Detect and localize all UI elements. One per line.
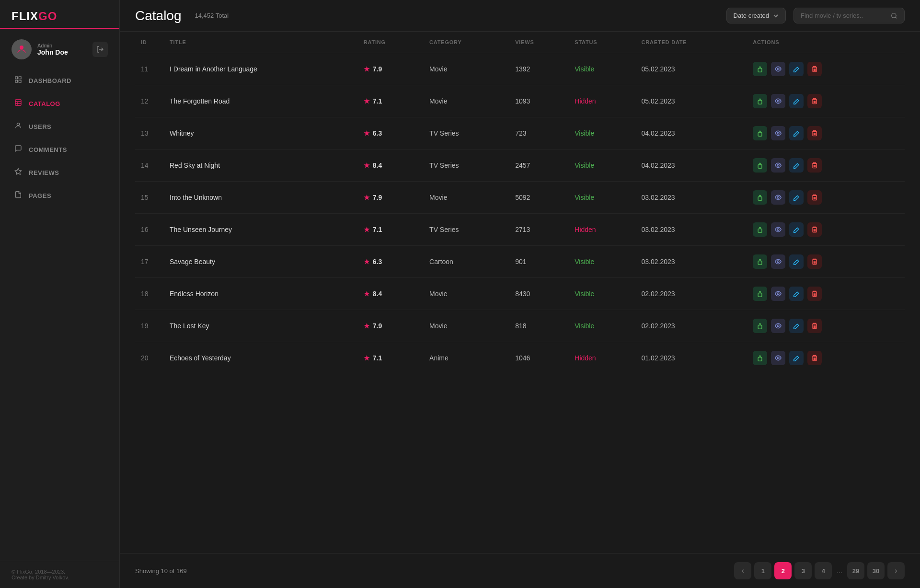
lock-button[interactable] [753,287,767,301]
delete-button[interactable] [807,319,822,333]
lock-button[interactable] [753,190,767,205]
cell-created-date: 03.02.2023 [636,214,748,246]
svg-point-24 [777,164,779,166]
logout-button[interactable] [92,42,108,57]
lock-button[interactable] [753,126,767,140]
delete-button[interactable] [807,94,822,108]
table-row: 16 The Unseen Journey ★ 7.1 TV Series 27… [135,214,905,246]
delete-button[interactable] [807,62,822,76]
view-button[interactable] [771,190,785,205]
page-button-2[interactable]: 2 [774,562,792,579]
sidebar-item-users[interactable]: USERS [6,116,114,137]
edit-button[interactable] [789,62,804,76]
lock-button[interactable] [753,94,767,108]
sidebar-item-catalog[interactable]: CATALOG [6,93,114,114]
cell-actions [747,310,905,342]
cell-status: Visible [569,182,635,214]
cell-created-date: 03.02.2023 [636,182,748,214]
page-button-4[interactable]: 4 [815,562,832,579]
delete-button[interactable] [807,254,822,269]
catalog-table: ID TITLE RATING CATEGORY VIEWS STATUS CR… [135,32,905,374]
edit-button[interactable] [789,319,804,333]
edit-button[interactable] [789,158,804,173]
delete-button[interactable] [807,190,822,205]
table-row: 13 Whitney ★ 6.3 TV Series 723 Visible 0… [135,117,905,150]
table-row: 12 The Forgotten Road ★ 7.1 Movie 1093 H… [135,85,905,117]
delete-button[interactable] [807,351,822,365]
delete-button[interactable] [807,158,822,173]
cell-created-date: 05.02.2023 [636,85,748,117]
delete-button[interactable] [807,126,822,140]
logo-go: GO [38,10,57,23]
view-button[interactable] [771,126,785,140]
page-button-30[interactable]: 30 [867,562,885,579]
page-ellipsis: ... [835,567,844,575]
page-button-3[interactable]: 3 [794,562,812,579]
table-row: 18 Endless Horizon ★ 8.4 Movie 8430 Visi… [135,278,905,310]
view-button[interactable] [771,222,785,237]
svg-line-13 [896,17,897,18]
sort-dropdown[interactable]: Date created [726,8,786,23]
cell-views: 2457 [509,150,569,182]
rating-value: 6.3 [373,129,382,137]
next-page-button[interactable]: › [887,562,905,579]
view-button[interactable] [771,158,785,173]
cell-category: Movie [424,53,509,85]
rating-value: 6.3 [373,258,382,265]
cell-category: Movie [424,310,509,342]
cell-category: Movie [424,182,509,214]
rating-value: 8.4 [373,290,382,298]
edit-button[interactable] [789,222,804,237]
prev-page-button[interactable]: ‹ [734,562,751,579]
page-button-1[interactable]: 1 [754,562,771,579]
view-button[interactable] [771,94,785,108]
cell-created-date: 01.02.2023 [636,342,748,374]
rating-value: 7.9 [373,322,382,330]
star-icon: ★ [364,97,370,105]
edit-button[interactable] [789,287,804,301]
lock-button[interactable] [753,158,767,173]
cell-views: 818 [509,310,569,342]
svg-point-21 [777,132,779,134]
sidebar-item-reviews[interactable]: REVIEWS [6,162,114,183]
logo-flix: FLIX [12,10,38,23]
view-button[interactable] [771,287,785,301]
sidebar-item-pages[interactable]: PAGES [6,185,114,206]
edit-button[interactable] [789,190,804,205]
cell-category: Movie [424,85,509,117]
star-icon: ★ [364,226,370,233]
lock-button[interactable] [753,351,767,365]
table-row: 17 Savage Beauty ★ 6.3 Cartoon 901 Visib… [135,246,905,278]
star-icon: ★ [364,258,370,265]
cell-id: 15 [135,182,164,214]
delete-button[interactable] [807,222,822,237]
view-button[interactable] [771,62,785,76]
table-body: 11 I Dream in Another Language ★ 7.9 Mov… [135,53,905,374]
cell-status: Visible [569,310,635,342]
delete-button[interactable] [807,287,822,301]
edit-button[interactable] [789,94,804,108]
cell-rating: ★ 7.1 [358,214,424,246]
cell-status: Visible [569,278,635,310]
page-button-29[interactable]: 29 [847,562,864,579]
lock-button[interactable] [753,62,767,76]
svg-rect-2 [15,77,18,79]
view-button[interactable] [771,254,785,269]
sidebar-item-dashboard[interactable]: DASHBOARD [6,70,114,91]
search-input[interactable] [801,12,887,19]
user-role: Admin [37,43,87,48]
edit-button[interactable] [789,254,804,269]
view-button[interactable] [771,351,785,365]
lock-button[interactable] [753,222,767,237]
view-button[interactable] [771,319,785,333]
user-info: Admin John Doe [37,43,87,56]
lock-button[interactable] [753,319,767,333]
cell-rating: ★ 8.4 [358,278,424,310]
edit-button[interactable] [789,351,804,365]
lock-button[interactable] [753,254,767,269]
sidebar-item-comments[interactable]: COMMENTS [6,139,114,160]
sidebar-item-label-comments: COMMENTS [29,146,67,153]
col-header-title: TITLE [164,32,358,53]
cell-id: 14 [135,150,164,182]
edit-button[interactable] [789,126,804,140]
